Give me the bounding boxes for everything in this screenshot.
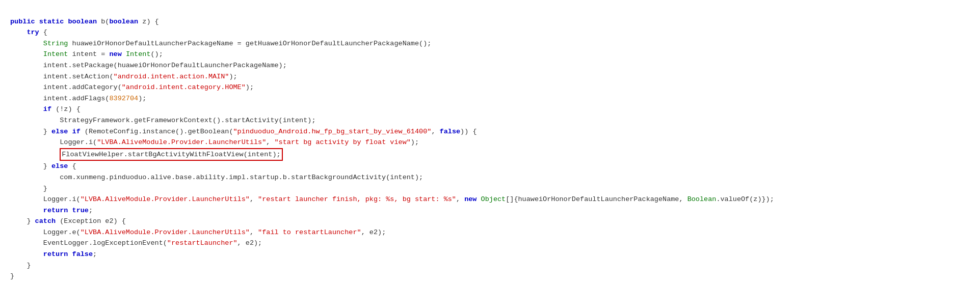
code-viewer: public static boolean b(boolean z) { try… — [10, 5, 970, 282]
method-b: b( — [101, 18, 109, 25]
class-intent: Intent — [43, 50, 68, 58]
number-flags: 8392704 — [109, 95, 138, 102]
highlighted-line: FloatViewHelper.startBgActivityWithFloat… — [60, 148, 282, 161]
keyword-if: if — [43, 105, 51, 113]
keyword-catch: catch — [35, 217, 56, 225]
string-logger-msg3: "fail to restartLauncher" — [258, 229, 361, 236]
string-pinduoduo-config: "pinduoduo_Android.hw_fp_bg_start_by_vie… — [233, 128, 432, 135]
keyword-public: public — [10, 18, 35, 25]
string-logger-tag3: "LVBA.AliveModule.Provider.LauncherUtils… — [81, 229, 250, 236]
string-logger-tag2: "LVBA.AliveModule.Provider.LauncherUtils… — [81, 195, 250, 203]
keyword-boolean: boolean — [68, 18, 97, 25]
keyword-boolean2: boolean — [109, 18, 138, 25]
string-logger-msg1: "start bg activity by float view" — [275, 138, 411, 146]
string-logger-msg2: "restart launcher finish, pkg: %s, bg st… — [258, 195, 456, 203]
string-main: "android.intent.action.MAIN" — [114, 73, 229, 80]
class-string: String — [43, 40, 68, 47]
keyword-try: try — [27, 28, 39, 36]
keyword-static: static — [39, 18, 64, 25]
string-event-logger: "restartLauncher" — [167, 239, 237, 247]
string-home: "android.intent.category.HOME" — [122, 83, 246, 91]
string-logger-tag1: "LVBA.AliveModule.Provider.LauncherUtils… — [97, 138, 266, 146]
